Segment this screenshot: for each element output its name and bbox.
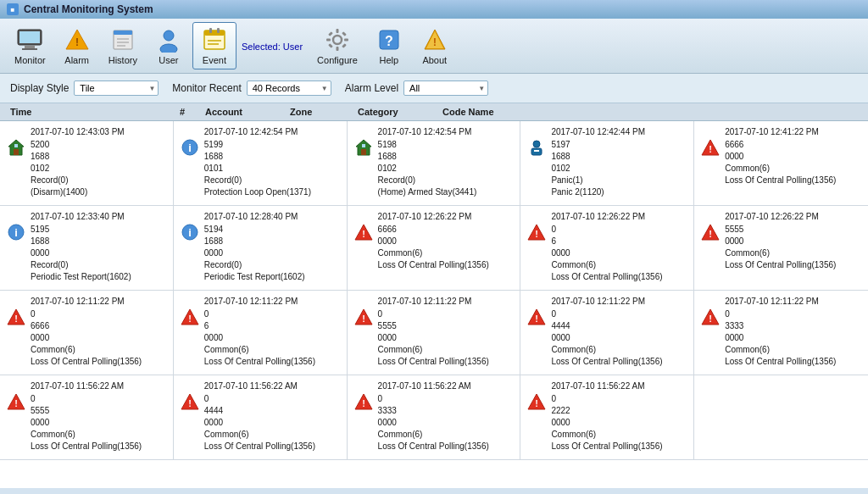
event-data: 2017-07-10 12:11:22 PM 0 5555 0000 Commo…	[378, 296, 489, 368]
event-cell[interactable]: ! 2017-07-10 11:56:22 AM 0 2222 0000 Com…	[520, 375, 694, 460]
monitor-button[interactable]: Monitor	[7, 22, 53, 69]
event-line4: Record(0)	[31, 175, 125, 186]
event-cell[interactable]	[694, 375, 868, 460]
event-data: 2017-07-10 12:11:22 PM 0 6 0000 Common(6…	[204, 296, 315, 368]
event-line4: Common(6)	[725, 344, 836, 356]
event-cell[interactable]: ! 2017-07-10 12:26:22 PM 6666 0000 Commo…	[348, 206, 521, 291]
event-line5: Loss Of Central Polling(1356)	[378, 356, 489, 368]
event-line3: 0000	[551, 247, 662, 259]
events-grid: 2017-07-10 12:43:03 PM 5200 1688 0102 Re…	[0, 121, 868, 460]
configure-button[interactable]: Configure	[309, 22, 365, 69]
event-account: 0	[204, 308, 315, 320]
monitor-icon	[16, 26, 43, 53]
event-line4: Panic(1)	[551, 175, 645, 186]
event-time: 2017-07-10 12:43:03 PM	[31, 126, 125, 138]
history-label: History	[108, 55, 137, 65]
svg-text:!: !	[362, 229, 365, 239]
svg-text:!: !	[362, 398, 365, 408]
event-line3: 0102	[378, 163, 477, 175]
monitor-recent-select[interactable]: 10 Records 20 Records 40 Records 100 Rec…	[247, 80, 331, 96]
event-line2: 6666	[31, 320, 142, 332]
event-data: 2017-07-10 12:28:40 PM 5194 1688 0000 Re…	[204, 211, 305, 283]
event-cell[interactable]: ! 2017-07-10 12:41:22 PM 6666 0000 Commo…	[694, 121, 868, 206]
event-cell[interactable]: ! 2017-07-10 11:56:22 AM 0 4444 0000 Com…	[174, 375, 348, 460]
event-account: 6666	[378, 224, 489, 236]
event-button[interactable]: Event	[192, 22, 236, 69]
event-cell[interactable]: 2017-07-10 12:42:44 PM 5197 1688 0102 Pa…	[520, 121, 694, 206]
event-cell[interactable]: 2017-07-10 12:42:54 PM 5198 1688 0102 Re…	[348, 121, 521, 206]
help-button[interactable]: ? Help	[367, 22, 411, 69]
col-time: Time	[10, 107, 180, 117]
display-style-wrapper: Tile List	[74, 80, 159, 96]
event-line4: Record(0)	[204, 259, 305, 271]
event-cell[interactable]: ! 2017-07-10 11:56:22 AM 0 5555 0000 Com…	[0, 375, 174, 460]
event-line4: Common(6)	[725, 163, 836, 175]
event-line4: Common(6)	[204, 429, 315, 441]
event-line5: Loss Of Central Polling(1356)	[378, 441, 489, 452]
help-label: Help	[379, 55, 398, 65]
event-account: 0	[551, 308, 662, 320]
event-cell[interactable]: ! 2017-07-10 12:11:22 PM 0 4444 0000 Com…	[520, 291, 694, 375]
user-button[interactable]: User	[147, 22, 191, 69]
event-cell[interactable]: i 2017-07-10 12:33:40 PM 5195 1688 0000 …	[0, 206, 174, 291]
svg-rect-20	[336, 29, 338, 33]
about-button[interactable]: ! About	[413, 22, 457, 69]
event-data: 2017-07-10 12:33:40 PM 5195 1688 0000 Re…	[31, 211, 131, 283]
app-icon: ■	[7, 3, 19, 15]
event-cell[interactable]: ! 2017-07-10 12:11:22 PM 0 5555 0000 Com…	[348, 291, 521, 375]
svg-point-12	[160, 44, 177, 53]
event-label: Event	[203, 55, 226, 65]
event-line3: 0000	[204, 417, 315, 429]
event-account: 5197	[551, 139, 645, 151]
svg-text:!: !	[188, 398, 192, 408]
svg-text:!: !	[536, 398, 539, 408]
title-bar: ■ Central Monitoring System	[0, 0, 868, 19]
event-line5: Loss Of Central Polling(1356)	[551, 271, 662, 283]
svg-text:!: !	[709, 144, 712, 154]
event-cell[interactable]: i 2017-07-10 12:28:40 PM 5194 1688 0000 …	[174, 206, 348, 291]
svg-rect-40	[362, 144, 365, 147]
event-icon-info: i	[181, 138, 199, 157]
display-style-select[interactable]: Tile List	[74, 80, 159, 96]
event-time: 2017-07-10 12:11:22 PM	[378, 296, 489, 308]
svg-rect-24	[328, 31, 333, 36]
event-line5: Loss Of Central Polling(1356)	[31, 356, 142, 368]
event-line3: 0000	[551, 332, 662, 344]
event-line5: Loss Of Central Polling(1356)	[204, 356, 315, 368]
event-icon-home	[354, 138, 373, 157]
event-account: 0	[551, 224, 662, 236]
event-cell[interactable]: ! 2017-07-10 12:11:22 PM 0 6666 0000 Com…	[0, 291, 174, 375]
event-cell[interactable]: ! 2017-07-10 12:11:22 PM 0 6 0000 Common…	[174, 291, 348, 375]
history-icon	[109, 26, 136, 53]
event-account: 5195	[31, 224, 131, 236]
event-line3: 0000	[204, 247, 305, 259]
event-line4: Common(6)	[31, 344, 142, 356]
event-line3: 0000	[31, 417, 142, 429]
user-label: User	[159, 55, 178, 65]
event-cell[interactable]: i 2017-07-10 12:42:54 PM 5199 1688 0101 …	[174, 121, 348, 206]
history-button[interactable]: History	[101, 22, 145, 69]
event-line2: 0000	[725, 151, 836, 163]
event-line5: Protection Loop Open(1371)	[204, 186, 311, 198]
event-line2: 4444	[204, 405, 315, 417]
user-icon	[155, 26, 182, 53]
svg-rect-39	[361, 149, 366, 155]
event-data: 2017-07-10 12:26:22 PM 5555 0000 Common(…	[725, 211, 836, 271]
event-time: 2017-07-10 11:56:22 AM	[204, 380, 315, 392]
alarm-level-select[interactable]: All Low Medium High	[403, 80, 488, 96]
event-cell[interactable]: ! 2017-07-10 12:26:22 PM 5555 0000 Commo…	[694, 206, 868, 291]
event-cell[interactable]: ! 2017-07-10 12:26:22 PM 0 6 0000 Common…	[520, 206, 694, 291]
event-cell[interactable]: ! 2017-07-10 12:11:22 PM 0 3333 0000 Com…	[694, 291, 868, 375]
event-data: 2017-07-10 11:56:22 AM 0 2222 0000 Commo…	[551, 380, 662, 452]
about-label: About	[422, 55, 447, 65]
event-icon-warning: !	[7, 392, 25, 411]
svg-rect-1	[19, 31, 40, 43]
event-cell[interactable]: ! 2017-07-10 11:56:22 AM 0 3333 0000 Com…	[348, 375, 521, 460]
event-cell[interactable]: 2017-07-10 12:43:03 PM 5200 1688 0102 Re…	[0, 121, 174, 206]
event-line4: Common(6)	[31, 429, 142, 441]
alarm-button[interactable]: ! Alarm	[55, 22, 99, 69]
selected-info: Selected: User	[242, 42, 303, 52]
event-line2: 5555	[31, 405, 142, 417]
event-line4: Record(0)	[31, 259, 131, 271]
event-line5: Periodic Test Report(1602)	[204, 271, 305, 283]
